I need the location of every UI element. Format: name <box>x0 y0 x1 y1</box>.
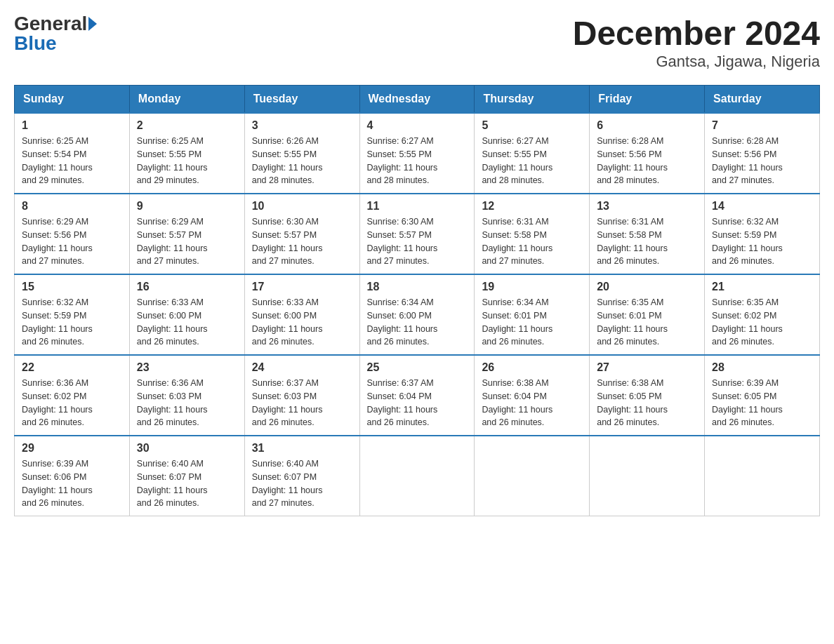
day-info: Sunrise: 6:34 AMSunset: 6:01 PMDaylight:… <box>482 297 552 347</box>
day-number: 25 <box>367 361 468 374</box>
day-number: 21 <box>712 281 812 293</box>
day-info: Sunrise: 6:32 AMSunset: 5:59 PMDaylight:… <box>712 217 783 266</box>
calendar-cell <box>590 436 705 516</box>
day-number: 9 <box>137 200 237 213</box>
day-info: Sunrise: 6:28 AMSunset: 5:56 PMDaylight:… <box>712 136 783 185</box>
calendar-cell: 30 Sunrise: 6:40 AMSunset: 6:07 PMDaylig… <box>129 436 244 516</box>
day-info: Sunrise: 6:33 AMSunset: 6:00 PMDaylight:… <box>137 297 208 347</box>
day-number: 18 <box>367 281 468 293</box>
day-info: Sunrise: 6:27 AMSunset: 5:55 PMDaylight:… <box>367 136 438 185</box>
calendar-cell: 16 Sunrise: 6:33 AMSunset: 6:00 PMDaylig… <box>129 274 244 355</box>
title-block: December 2024 Gantsa, Jigawa, Nigeria <box>573 14 820 71</box>
calendar-cell <box>475 436 590 516</box>
calendar-subtitle: Gantsa, Jigawa, Nigeria <box>573 53 820 71</box>
calendar-cell: 9 Sunrise: 6:29 AMSunset: 5:57 PMDayligh… <box>129 194 244 274</box>
day-info: Sunrise: 6:35 AMSunset: 6:01 PMDaylight:… <box>597 297 668 347</box>
day-info: Sunrise: 6:25 AMSunset: 5:54 PMDaylight:… <box>22 136 93 185</box>
calendar-cell: 23 Sunrise: 6:36 AMSunset: 6:03 PMDaylig… <box>129 355 244 436</box>
day-info: Sunrise: 6:30 AMSunset: 5:57 PMDaylight:… <box>252 217 323 266</box>
calendar-cell <box>359 436 475 516</box>
calendar-cell: 27 Sunrise: 6:38 AMSunset: 6:05 PMDaylig… <box>590 355 705 436</box>
calendar-cell: 14 Sunrise: 6:32 AMSunset: 5:59 PMDaylig… <box>705 194 820 274</box>
day-number: 29 <box>22 442 122 455</box>
day-info: Sunrise: 6:35 AMSunset: 6:02 PMDaylight:… <box>712 297 783 347</box>
calendar-cell: 13 Sunrise: 6:31 AMSunset: 5:58 PMDaylig… <box>590 194 705 274</box>
day-number: 27 <box>597 361 697 374</box>
logo-arrow-icon <box>88 17 97 31</box>
header-saturday: Saturday <box>705 86 820 114</box>
logo-general: General <box>14 14 87 34</box>
calendar-cell: 17 Sunrise: 6:33 AMSunset: 6:00 PMDaylig… <box>244 274 359 355</box>
day-number: 14 <box>712 200 812 213</box>
calendar-cell: 6 Sunrise: 6:28 AMSunset: 5:56 PMDayligh… <box>590 113 705 194</box>
day-number: 20 <box>597 281 697 293</box>
calendar-cell: 12 Sunrise: 6:31 AMSunset: 5:58 PMDaylig… <box>475 194 590 274</box>
week-row-1: 1 Sunrise: 6:25 AMSunset: 5:54 PMDayligh… <box>15 113 820 194</box>
day-info: Sunrise: 6:29 AMSunset: 5:56 PMDaylight:… <box>22 217 93 266</box>
day-number: 26 <box>482 361 582 374</box>
calendar-cell: 3 Sunrise: 6:26 AMSunset: 5:55 PMDayligh… <box>244 113 359 194</box>
day-number: 22 <box>22 361 122 374</box>
day-info: Sunrise: 6:39 AMSunset: 6:05 PMDaylight:… <box>712 378 783 427</box>
calendar-cell: 15 Sunrise: 6:32 AMSunset: 5:59 PMDaylig… <box>15 274 130 355</box>
week-row-4: 22 Sunrise: 6:36 AMSunset: 6:02 PMDaylig… <box>15 355 820 436</box>
day-number: 12 <box>482 200 582 213</box>
day-info: Sunrise: 6:40 AMSunset: 6:07 PMDaylight:… <box>252 459 323 508</box>
calendar-cell: 26 Sunrise: 6:38 AMSunset: 6:04 PMDaylig… <box>475 355 590 436</box>
calendar-cell: 25 Sunrise: 6:37 AMSunset: 6:04 PMDaylig… <box>359 355 475 436</box>
calendar-cell: 4 Sunrise: 6:27 AMSunset: 5:55 PMDayligh… <box>359 113 475 194</box>
day-number: 11 <box>367 200 468 213</box>
day-info: Sunrise: 6:33 AMSunset: 6:00 PMDaylight:… <box>252 297 323 347</box>
calendar-cell: 11 Sunrise: 6:30 AMSunset: 5:57 PMDaylig… <box>359 194 475 274</box>
day-number: 6 <box>597 119 697 132</box>
calendar-cell: 22 Sunrise: 6:36 AMSunset: 6:02 PMDaylig… <box>15 355 130 436</box>
day-info: Sunrise: 6:31 AMSunset: 5:58 PMDaylight:… <box>482 217 552 266</box>
day-info: Sunrise: 6:36 AMSunset: 6:02 PMDaylight:… <box>22 378 93 427</box>
day-info: Sunrise: 6:34 AMSunset: 6:00 PMDaylight:… <box>367 297 438 347</box>
logo-blue: Blue <box>14 34 57 53</box>
day-number: 17 <box>252 281 352 293</box>
day-number: 30 <box>137 442 237 455</box>
calendar-cell: 8 Sunrise: 6:29 AMSunset: 5:56 PMDayligh… <box>15 194 130 274</box>
week-row-5: 29 Sunrise: 6:39 AMSunset: 6:06 PMDaylig… <box>15 436 820 516</box>
day-number: 16 <box>137 281 237 293</box>
day-number: 13 <box>597 200 697 213</box>
calendar-cell: 29 Sunrise: 6:39 AMSunset: 6:06 PMDaylig… <box>15 436 130 516</box>
calendar-cell: 18 Sunrise: 6:34 AMSunset: 6:00 PMDaylig… <box>359 274 475 355</box>
day-info: Sunrise: 6:38 AMSunset: 6:05 PMDaylight:… <box>597 378 668 427</box>
calendar-cell: 31 Sunrise: 6:40 AMSunset: 6:07 PMDaylig… <box>244 436 359 516</box>
day-info: Sunrise: 6:30 AMSunset: 5:57 PMDaylight:… <box>367 217 438 266</box>
calendar-cell: 10 Sunrise: 6:30 AMSunset: 5:57 PMDaylig… <box>244 194 359 274</box>
day-number: 28 <box>712 361 812 374</box>
calendar-table: Sunday Monday Tuesday Wednesday Thursday… <box>14 85 820 516</box>
day-number: 23 <box>137 361 237 374</box>
calendar-cell: 28 Sunrise: 6:39 AMSunset: 6:05 PMDaylig… <box>705 355 820 436</box>
calendar-cell: 20 Sunrise: 6:35 AMSunset: 6:01 PMDaylig… <box>590 274 705 355</box>
calendar-cell: 2 Sunrise: 6:25 AMSunset: 5:55 PMDayligh… <box>129 113 244 194</box>
day-info: Sunrise: 6:38 AMSunset: 6:04 PMDaylight:… <box>482 378 552 427</box>
calendar-cell: 7 Sunrise: 6:28 AMSunset: 5:56 PMDayligh… <box>705 113 820 194</box>
header-wednesday: Wednesday <box>359 86 475 114</box>
day-number: 3 <box>252 119 352 132</box>
day-info: Sunrise: 6:37 AMSunset: 6:03 PMDaylight:… <box>252 378 323 427</box>
header-thursday: Thursday <box>475 86 590 114</box>
week-row-2: 8 Sunrise: 6:29 AMSunset: 5:56 PMDayligh… <box>15 194 820 274</box>
day-number: 2 <box>137 119 237 132</box>
day-info: Sunrise: 6:31 AMSunset: 5:58 PMDaylight:… <box>597 217 668 266</box>
header-monday: Monday <box>129 86 244 114</box>
calendar-cell: 5 Sunrise: 6:27 AMSunset: 5:55 PMDayligh… <box>475 113 590 194</box>
day-number: 24 <box>252 361 352 374</box>
header-tuesday: Tuesday <box>244 86 359 114</box>
day-number: 7 <box>712 119 812 132</box>
header-friday: Friday <box>590 86 705 114</box>
week-row-3: 15 Sunrise: 6:32 AMSunset: 5:59 PMDaylig… <box>15 274 820 355</box>
calendar-cell: 21 Sunrise: 6:35 AMSunset: 6:02 PMDaylig… <box>705 274 820 355</box>
day-number: 31 <box>252 442 352 455</box>
day-info: Sunrise: 6:25 AMSunset: 5:55 PMDaylight:… <box>137 136 208 185</box>
day-info: Sunrise: 6:28 AMSunset: 5:56 PMDaylight:… <box>597 136 668 185</box>
day-info: Sunrise: 6:26 AMSunset: 5:55 PMDaylight:… <box>252 136 323 185</box>
header-sunday: Sunday <box>15 86 130 114</box>
day-info: Sunrise: 6:32 AMSunset: 5:59 PMDaylight:… <box>22 297 93 347</box>
calendar-cell <box>705 436 820 516</box>
day-number: 4 <box>367 119 468 132</box>
